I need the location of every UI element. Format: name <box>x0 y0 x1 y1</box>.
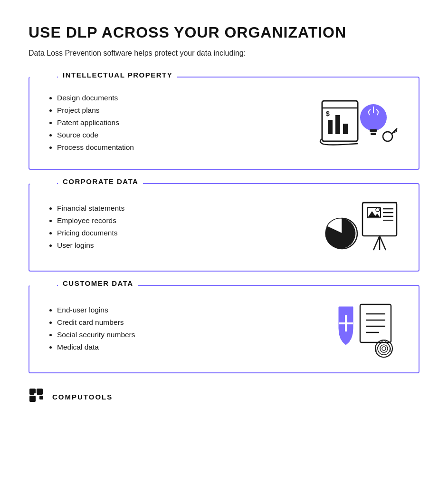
section-label-customer-data: CUSTOMER DATA <box>58 279 138 287</box>
svg-rect-40 <box>34 393 37 396</box>
list-item: Employee records <box>57 216 310 225</box>
svg-rect-38 <box>37 389 43 395</box>
list-item: Patent applications <box>57 118 310 127</box>
page-subtitle: Data Loss Prevention software helps prot… <box>29 49 419 58</box>
section-list-intellectual-property: Design documents Project plans Patent ap… <box>47 89 310 156</box>
list-item: Credit card numbers <box>57 318 310 327</box>
intellectual-property-icon: $ <box>310 91 405 153</box>
svg-rect-7 <box>370 129 377 132</box>
list-item: Source code <box>57 131 310 139</box>
svg-point-10 <box>383 132 392 141</box>
footer-brand-name: COMPUTOOLS <box>52 393 113 401</box>
list-item: Medical data <box>57 343 310 351</box>
list-item: Process documentation <box>57 143 310 152</box>
svg-rect-4 <box>343 124 348 134</box>
svg-text:$: $ <box>326 110 330 117</box>
svg-line-24 <box>380 236 386 250</box>
section-corporate-data: CORPORATE DATA Financial statements Empl… <box>29 183 419 272</box>
customer-data-icon <box>310 297 405 359</box>
list-item: Project plans <box>57 106 310 115</box>
svg-rect-39 <box>29 396 36 402</box>
svg-rect-8 <box>371 133 376 135</box>
section-label-corporate-data: CORPORATE DATA <box>58 177 143 185</box>
svg-rect-41 <box>39 396 43 399</box>
footer: COMPUTOOLS <box>29 388 419 406</box>
page-title: USE DLP ACROSS YOUR ORGANIZATION <box>29 24 419 41</box>
section-intellectual-property: INTELLECTUAL PROPERTY Design documents P… <box>29 77 419 170</box>
computools-logo-icon <box>29 388 47 406</box>
section-list-corporate-data: Financial statements Employee records Pr… <box>47 199 310 253</box>
svg-rect-2 <box>328 120 333 134</box>
svg-rect-3 <box>335 115 340 134</box>
section-label-intellectual-property: INTELLECTUAL PROPERTY <box>58 71 177 79</box>
svg-rect-28 <box>360 304 391 342</box>
corporate-data-icon <box>310 195 405 257</box>
list-item: Social security numbers <box>57 331 310 339</box>
list-item: End-user logins <box>57 306 310 314</box>
svg-point-36 <box>382 347 386 351</box>
list-item: Financial statements <box>57 204 310 213</box>
svg-point-17 <box>376 208 380 212</box>
section-customer-data: CUSTOMER DATA End-user logins Credit car… <box>29 285 419 373</box>
svg-point-35 <box>380 345 388 352</box>
list-item: User logins <box>57 241 310 250</box>
list-item: Design documents <box>57 94 310 102</box>
list-item: Pricing documents <box>57 229 310 237</box>
section-list-customer-data: End-user logins Credit card numbers Soci… <box>47 301 310 355</box>
svg-line-22 <box>373 236 380 250</box>
